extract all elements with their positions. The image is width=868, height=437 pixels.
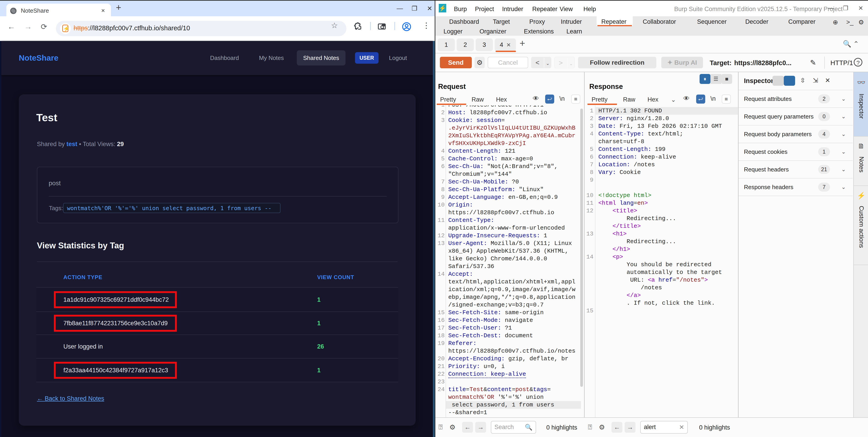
- response-render-caret-icon[interactable]: ⌄: [671, 96, 676, 103]
- burp-menu-burp[interactable]: Burp: [454, 6, 467, 13]
- forward-icon[interactable]: →: [24, 22, 32, 31]
- inspector-collapse-icon[interactable]: ⇲: [813, 77, 818, 84]
- response-wrap-icon[interactable]: ⮐: [696, 95, 705, 104]
- burp-tab-decoder[interactable]: Decoder: [745, 18, 768, 26]
- layout-pause-toggle[interactable]: ⏸: [700, 74, 710, 84]
- globe-icon-burp[interactable]: ⊕: [833, 19, 838, 26]
- url-bar[interactable]: ⚡ https://l8288pfc00v7.ctfhub.io/shared/…: [56, 21, 346, 36]
- response-tab-hex[interactable]: Hex: [648, 96, 658, 103]
- burp-menu-project[interactable]: Project: [475, 6, 494, 13]
- burp-ai-button[interactable]: ✦ Burp AI: [661, 57, 703, 68]
- burp-tab-comparer[interactable]: Comparer: [788, 18, 815, 26]
- response-search-input[interactable]: alert ✕: [640, 421, 688, 434]
- send-button[interactable]: Send: [440, 57, 472, 68]
- nav-logout[interactable]: Logout: [389, 55, 407, 62]
- follow-redirection-button[interactable]: Follow redirection: [578, 57, 656, 68]
- settings-gear-icon[interactable]: ⚙: [858, 19, 864, 26]
- request-hide-icon[interactable]: 👁: [533, 95, 539, 102]
- inspector-section-request-body-parameters[interactable]: Request body parameters4⌄: [739, 125, 852, 143]
- burp-tab-dashboard[interactable]: Dashboard: [449, 18, 479, 26]
- request-tab-hex[interactable]: Hex: [496, 96, 507, 103]
- request-newline-icon[interactable]: \n: [559, 95, 565, 102]
- inspector-layout-right-toggle[interactable]: [784, 76, 795, 86]
- request-tab-raw[interactable]: Raw: [472, 96, 484, 103]
- browser-tab[interactable]: NoteShare ×: [6, 4, 111, 17]
- send-settings-gear-icon[interactable]: ⚙: [474, 57, 485, 68]
- layout-rows-toggle[interactable]: ☰: [710, 74, 721, 84]
- burp-tab-collaborator[interactable]: Collaborator: [643, 18, 676, 26]
- inspector-section-request-query-parameters[interactable]: Request query parameters0⌄: [739, 107, 852, 125]
- burp-tab-target[interactable]: Target: [493, 18, 510, 26]
- request-search-next-icon[interactable]: →: [475, 422, 486, 433]
- burp-tab-organizer[interactable]: Organizer: [479, 27, 506, 36]
- repeater-tab-4[interactable]: 4✕: [495, 38, 516, 51]
- burp-tab-learn[interactable]: Learn: [566, 27, 582, 36]
- response-tab-pretty[interactable]: Pretty: [592, 96, 608, 103]
- history-forward-group[interactable]: >⌄: [554, 57, 575, 68]
- profile-icon[interactable]: [402, 22, 411, 31]
- browser-maximize-button[interactable]: ❐: [411, 5, 417, 12]
- sidebar-custom-actions-tab[interactable]: ⚡ Custom actions: [854, 186, 868, 265]
- browser-minimize-button[interactable]: —: [397, 5, 403, 12]
- burp-tab-repeater[interactable]: Repeater: [601, 18, 626, 26]
- browser-close-button[interactable]: ✕: [427, 5, 432, 12]
- repeater-tab-1[interactable]: 1: [438, 38, 455, 51]
- request-search-help-icon[interactable]: ⍰: [438, 423, 443, 431]
- browser-menu-icon[interactable]: ⋮: [423, 21, 430, 30]
- site-security-icon[interactable]: ⚡: [60, 23, 71, 34]
- inspector-close-icon[interactable]: ✕: [825, 77, 830, 84]
- sidebar-notes-tab[interactable]: 🗎 Notes: [854, 136, 868, 186]
- response-search-help-icon[interactable]: ⍰: [588, 423, 592, 431]
- tab-close-icon[interactable]: ×: [101, 7, 105, 14]
- repeater-search-icon[interactable]: 🔍 ⌃: [843, 40, 859, 48]
- burp-tab-logger[interactable]: Logger: [443, 27, 463, 36]
- sidebar-inspector-tab[interactable]: 👓 Inspector: [854, 72, 868, 136]
- extensions-icon[interactable]: [353, 23, 362, 31]
- inspector-section-response-headers[interactable]: Response headers7⌄: [739, 178, 852, 196]
- response-search-gear-icon[interactable]: ⚙: [599, 423, 605, 431]
- burp-tab-sequencer[interactable]: Sequencer: [697, 18, 727, 26]
- bookmark-star-icon[interactable]: ☆: [331, 21, 338, 30]
- reload-icon[interactable]: ⟳: [41, 22, 47, 31]
- search-tabs-icon[interactable]: [378, 23, 387, 31]
- request-scrollbar[interactable]: [580, 108, 583, 387]
- response-hide-icon[interactable]: 👁: [683, 95, 690, 102]
- burp-tab-extensions[interactable]: Extensions: [524, 27, 554, 36]
- nav-shared-notes[interactable]: Shared Notes: [297, 51, 345, 66]
- response-editor[interactable]: 1HTTP/1.1 302 FOUND2Server: nginx/1.28.0…: [585, 106, 738, 417]
- repeater-tab-2[interactable]: 2: [457, 38, 474, 51]
- target-edit-pencil-icon[interactable]: ✎: [810, 58, 816, 67]
- burp-menu-repeater[interactable]: Repeater: [532, 6, 557, 13]
- shared-by-user-link[interactable]: test: [67, 141, 78, 147]
- burp-menu-intruder[interactable]: Intruder: [502, 6, 523, 13]
- inspector-section-request-attributes[interactable]: Request attributes2⌄: [739, 90, 852, 107]
- site-logo[interactable]: NoteShare: [19, 54, 58, 62]
- response-menu-icon[interactable]: ≡: [722, 95, 731, 104]
- user-badge[interactable]: USER: [355, 52, 378, 64]
- inspector-section-request-headers[interactable]: Request headers21⌄: [739, 160, 852, 178]
- layout-single-toggle[interactable]: ■: [721, 74, 732, 84]
- back-to-shared-notes-link[interactable]: ← Back to Shared Notes: [37, 395, 104, 402]
- http-version-help-icon[interactable]: ?: [854, 58, 862, 67]
- response-tab-raw[interactable]: Raw: [623, 96, 635, 103]
- repeater-new-tab-button[interactable]: +: [520, 38, 525, 49]
- burp-close-button[interactable]: ✕: [858, 5, 863, 12]
- nav-dashboard[interactable]: Dashboard: [210, 55, 239, 62]
- request-search-input[interactable]: Search 🔍: [491, 421, 536, 434]
- repeater-tab-close-icon[interactable]: ✕: [506, 42, 511, 48]
- history-back-group[interactable]: <⌄: [531, 57, 551, 68]
- burp-menu-view[interactable]: View: [560, 6, 573, 13]
- cancel-button[interactable]: Cancel: [488, 57, 528, 68]
- request-wrap-icon[interactable]: ⮐: [545, 95, 554, 104]
- request-tab-pretty[interactable]: Pretty: [440, 96, 456, 103]
- inspector-section-request-cookies[interactable]: Request cookies1⌄: [739, 143, 852, 160]
- back-icon[interactable]: ←: [7, 22, 15, 31]
- burp-menu-help[interactable]: Help: [583, 6, 596, 13]
- response-newline-icon[interactable]: \n: [710, 95, 716, 102]
- inspector-layout-left-toggle[interactable]: [772, 76, 784, 86]
- terminal-icon[interactable]: >_: [846, 19, 854, 26]
- repeater-tab-3[interactable]: 3: [476, 38, 493, 51]
- request-menu-icon[interactable]: ≡: [571, 95, 580, 104]
- request-search-gear-icon[interactable]: ⚙: [450, 423, 456, 431]
- burp-tab-intruder[interactable]: Intruder: [561, 18, 582, 26]
